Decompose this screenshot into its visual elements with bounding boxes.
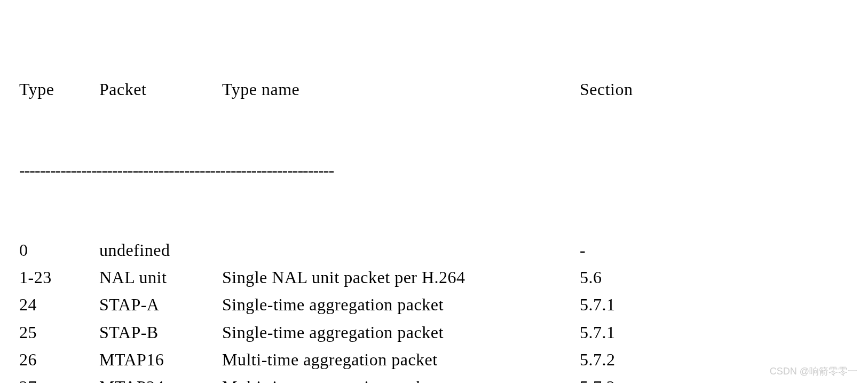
cell-typename: Single NAL unit packet per H.264 (222, 264, 580, 291)
cell-type: 26 (19, 346, 99, 373)
header-type: Type (19, 76, 99, 103)
cell-type: 1-23 (19, 264, 99, 291)
cell-packet: NAL unit (99, 264, 222, 291)
table-row: 24STAP-ASingle-time aggregation packet5.… (19, 291, 849, 318)
cell-packet: MTAP24 (99, 373, 222, 383)
cell-section: - (580, 237, 676, 264)
cell-section: 5.7.1 (580, 291, 676, 318)
header-typename: Type name (222, 76, 580, 103)
cell-type: 0 (19, 237, 99, 264)
cell-typename: Multi-time aggregation packet (222, 346, 580, 373)
separator-line: ----------------------------------------… (19, 158, 849, 182)
cell-packet: STAP-A (99, 291, 222, 318)
table-row: 27MTAP24Multi-time aggregation packet5.7… (19, 373, 849, 383)
watermark-text: CSDN @响箭零零一 (770, 365, 857, 378)
header-section: Section (580, 76, 676, 103)
packet-type-table: Type Packet Type name Section ----------… (19, 21, 849, 383)
cell-section: 5.7.1 (580, 319, 676, 346)
cell-section: 5.7.2 (580, 373, 676, 383)
cell-packet: undefined (99, 237, 222, 264)
table-row: 1-23NAL unitSingle NAL unit packet per H… (19, 264, 849, 291)
table-header-row: Type Packet Type name Section (19, 76, 849, 103)
cell-typename: Single-time aggregation packet (222, 291, 580, 318)
cell-type: 27 (19, 373, 99, 383)
cell-packet: STAP-B (99, 319, 222, 346)
table-body: 0undefined-1-23NAL unitSingle NAL unit p… (19, 237, 849, 383)
cell-section: 5.6 (580, 264, 676, 291)
header-packet: Packet (99, 76, 222, 103)
cell-typename (222, 237, 580, 264)
cell-typename: Multi-time aggregation packet (222, 373, 580, 383)
cell-section: 5.7.2 (580, 346, 676, 373)
table-row: 26MTAP16Multi-time aggregation packet5.7… (19, 346, 849, 373)
cell-packet: MTAP16 (99, 346, 222, 373)
cell-type: 24 (19, 291, 99, 318)
table-row: 0undefined- (19, 237, 849, 264)
cell-type: 25 (19, 319, 99, 346)
table-row: 25STAP-BSingle-time aggregation packet5.… (19, 319, 849, 346)
cell-typename: Single-time aggregation packet (222, 319, 580, 346)
